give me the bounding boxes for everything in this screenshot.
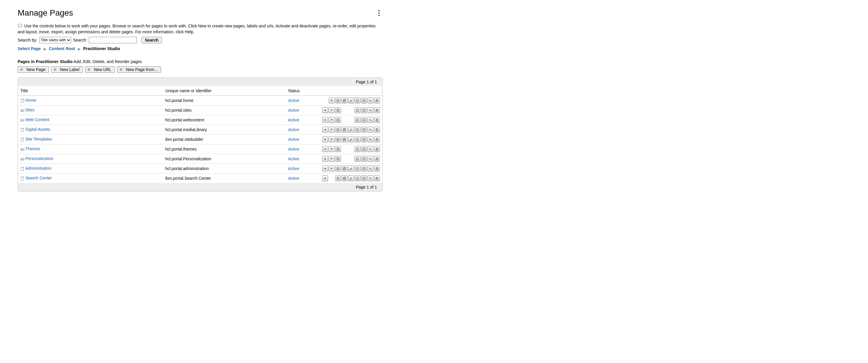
move-down-button[interactable] [329,97,335,104]
permissions-button[interactable] [368,127,373,133]
status-link[interactable]: Active [288,157,299,161]
properties-button[interactable] [335,166,341,171]
properties-button[interactable] [335,97,341,104]
more-actions-button[interactable] [375,9,382,17]
move-up-button[interactable] [322,136,328,142]
permissions-button[interactable] [368,146,373,152]
permissions-button[interactable] [368,107,373,113]
new-page-button[interactable]: New Page [18,66,49,73]
move-down-button[interactable] [329,107,335,113]
mark-button[interactable] [361,127,367,133]
move-down-button[interactable] [329,156,335,162]
properties-button[interactable] [335,136,341,142]
delete-button[interactable] [374,107,380,113]
export-button[interactable] [354,156,361,162]
move-up-button[interactable] [322,175,328,181]
properties-button[interactable] [335,107,341,113]
mark-button[interactable] [361,175,367,181]
delete-button[interactable] [374,175,380,181]
breadcrumb-select-page[interactable]: Select Page [18,46,41,51]
delete-button[interactable] [374,127,380,133]
edit-button[interactable] [348,166,354,171]
move-up-button[interactable] [322,166,328,171]
delete-button[interactable] [374,146,380,152]
delete-button[interactable] [374,117,380,123]
status-link[interactable]: Active [288,166,299,171]
search-button[interactable]: Search [142,37,162,43]
delete-button[interactable] [374,136,380,142]
actions-cell [319,95,382,105]
export-button[interactable] [354,127,361,133]
status-link[interactable]: Active [288,98,299,103]
export-button[interactable] [354,117,361,123]
search-input[interactable] [89,37,137,43]
new-label-button[interactable]: New Label [51,66,83,73]
breadcrumb-content-root[interactable]: Content Root [49,46,75,51]
copy-button[interactable] [342,166,347,171]
mark-button[interactable] [361,156,367,162]
permissions-button[interactable] [368,117,373,123]
page-title-link[interactable]: Site Templates [25,137,52,141]
copy-button[interactable] [342,97,347,104]
status-link[interactable]: Active [288,137,299,142]
move-down-button[interactable] [329,117,335,123]
export-button[interactable] [354,97,361,104]
properties-button[interactable] [335,175,341,181]
move-down-button[interactable] [329,136,335,142]
export-button[interactable] [354,166,361,171]
move-up-button[interactable] [322,107,328,113]
mark-button[interactable] [361,146,367,152]
new-url-button[interactable]: New URL [85,66,115,73]
delete-button[interactable] [374,166,380,171]
page-title-link[interactable]: Search Center [25,176,52,180]
status-link[interactable]: Active [288,127,299,132]
page-title-link[interactable]: Themes [25,146,40,151]
status-link[interactable]: Active [288,108,299,113]
edit-button[interactable] [348,136,354,142]
properties-button[interactable] [335,156,341,162]
edit-button[interactable] [348,97,354,104]
page-title-link[interactable]: Administration [25,166,52,171]
page-title-link[interactable]: Home [25,98,36,103]
mark-button[interactable] [361,107,367,113]
copy-button[interactable] [342,136,347,142]
page-title-link[interactable]: Personalization [25,156,54,161]
move-down-button[interactable] [329,127,335,133]
export-button[interactable] [354,107,361,113]
copy-button[interactable] [342,175,347,181]
permissions-button[interactable] [368,166,373,171]
edit-button[interactable] [348,127,354,133]
delete-button[interactable] [374,156,380,162]
page-title-link[interactable]: Digital Assets [25,127,50,132]
page-title-link[interactable]: Sites [25,108,34,112]
export-button[interactable] [354,146,361,152]
copy-button[interactable] [342,127,347,133]
mark-button[interactable] [361,136,367,142]
move-up-button[interactable] [322,156,328,162]
properties-button[interactable] [335,117,341,123]
edit-button[interactable] [348,175,354,181]
status-link[interactable]: Active [288,147,299,151]
permissions-button[interactable] [368,156,373,162]
move-down-button[interactable] [329,146,335,152]
mark-button[interactable] [361,97,367,104]
properties-button[interactable] [335,127,341,133]
properties-button[interactable] [335,146,341,152]
move-down-button[interactable] [329,166,335,171]
mark-button[interactable] [361,166,367,171]
mark-button[interactable] [361,117,367,123]
export-button[interactable] [354,175,361,181]
move-up-button[interactable] [322,146,328,152]
page-title-link[interactable]: Web Content [25,117,49,122]
export-button[interactable] [354,136,361,142]
permissions-button[interactable] [368,175,373,181]
move-up-button[interactable] [322,127,328,133]
status-link[interactable]: Active [288,176,299,180]
permissions-button[interactable] [368,97,373,104]
delete-button[interactable] [374,97,380,104]
move-up-button[interactable] [322,117,328,123]
status-link[interactable]: Active [288,117,299,122]
search-by-select[interactable]: Title starts with [39,37,71,43]
permissions-button[interactable] [368,136,373,142]
new-page-from-button[interactable]: New Page from... [117,66,161,73]
